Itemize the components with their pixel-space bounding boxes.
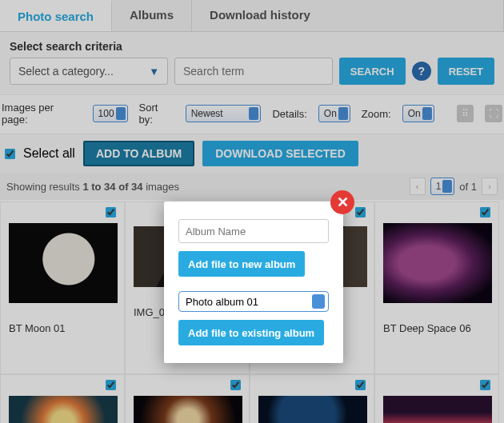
add-to-album-modal: ✕ Add file to new album Photo album 01 A…: [164, 202, 343, 363]
existing-album-select[interactable]: Photo album 01: [178, 291, 329, 312]
existing-album-value: Photo album 01: [186, 296, 258, 308]
add-existing-album-button[interactable]: Add file to existing album: [178, 320, 324, 345]
chevron-down-icon: [312, 294, 325, 309]
close-icon[interactable]: ✕: [330, 190, 354, 214]
album-name-input[interactable]: [178, 219, 329, 243]
add-new-album-button[interactable]: Add file to new album: [178, 251, 305, 277]
